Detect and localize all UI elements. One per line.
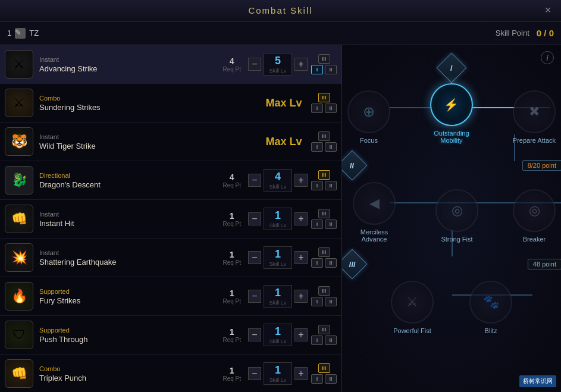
skill-row-sundering-strikes[interactable]: ⚔ComboSundering StrikesMax LvIIIIII xyxy=(0,84,341,123)
badge-ii-fury-strikes[interactable]: II xyxy=(325,297,337,306)
tier2-label: II xyxy=(350,161,354,170)
skill-type-advancing-strike: Instant xyxy=(39,56,222,63)
skill-row-triplex-punch[interactable]: 👊ComboTriplex Punch1Req Pt−1Skill Lv+III… xyxy=(0,355,341,392)
plus-btn-dragons-descent[interactable]: + xyxy=(294,174,308,187)
node-strong-fist[interactable]: ◎ Strong Fist xyxy=(435,189,478,243)
badge-iii-sundering-strikes[interactable]: III xyxy=(318,93,330,102)
plus-btn-triplex-punch[interactable]: + xyxy=(294,367,308,380)
minus-btn-triplex-punch[interactable]: − xyxy=(248,367,261,380)
prepare-attack-circle: ✖ xyxy=(513,90,556,133)
badge-iii-instant-hit[interactable]: III xyxy=(318,209,330,218)
max-lv-wild-tiger-strike: Max Lv xyxy=(260,136,308,148)
badge-i-triplex-punch[interactable]: I xyxy=(311,374,323,384)
badge-ii-sundering-strikes[interactable]: II xyxy=(325,104,337,113)
badges-fury-strikes: IIIIII xyxy=(311,286,337,306)
skill-row-wild-tiger-strike[interactable]: 🐯InstantWild Tiger StrikeMax LvIIIIII xyxy=(0,123,341,161)
skill-point-label: Skill Point xyxy=(496,29,529,37)
skill-type-sundering-strikes: Combo xyxy=(39,95,260,102)
badge-iii-wild-tiger-strike[interactable]: III xyxy=(318,131,330,141)
badges-instant-hit: IIIIII xyxy=(311,209,337,229)
badge-ii-dragons-descent[interactable]: II xyxy=(325,181,337,190)
watermark: 桥树常识网 xyxy=(519,375,556,387)
skill-name-push-through: Push Through xyxy=(39,335,222,344)
minus-btn-push-through[interactable]: − xyxy=(248,328,261,341)
badge-i-advancing-strike[interactable]: I xyxy=(311,65,323,74)
req-pt-fury-strikes: 1Req Pt xyxy=(222,288,241,305)
minus-btn-fury-strikes[interactable]: − xyxy=(248,290,261,303)
node-breaker[interactable]: ◎ Breaker xyxy=(513,189,556,243)
char-name: TZ xyxy=(29,29,39,37)
node-outstanding-mobility[interactable]: ⚡ Outstanding Mobility xyxy=(428,83,475,144)
badge-iii-push-through[interactable]: III xyxy=(318,325,330,334)
node-focus[interactable]: ⊕ Focus xyxy=(347,90,390,144)
skill-row-instant-hit[interactable]: 👊InstantInstant Hit1Req Pt−1Skill Lv+III… xyxy=(0,200,341,239)
minus-btn-dragons-descent[interactable]: − xyxy=(248,174,261,187)
char-icon-edit[interactable]: ✎ xyxy=(15,28,26,39)
req-pt-num-fury-strikes: 1 xyxy=(222,288,241,298)
skill-icon-inner-triplex-punch: 👊 xyxy=(5,360,33,387)
skill-icon-wild-tiger-strike: 🐯 xyxy=(5,127,33,156)
skill-row-push-through[interactable]: 🛡SupportedPush Through1Req Pt−1Skill Lv+… xyxy=(0,316,341,355)
badge-i-fury-strikes[interactable]: I xyxy=(311,297,323,306)
skill-type-push-through: Supported xyxy=(39,327,222,334)
skill-name-instant-hit: Instant Hit xyxy=(39,219,222,228)
plus-btn-fury-strikes[interactable]: + xyxy=(294,290,308,303)
badge-i-shattering-earthquake[interactable]: I xyxy=(311,258,323,268)
powerful-fist-label: Powerful Fist xyxy=(393,327,431,334)
plus-btn-advancing-strike[interactable]: + xyxy=(294,58,308,71)
badge-iii-advancing-strike[interactable]: III xyxy=(318,54,330,64)
badge-ii-shattering-earthquake[interactable]: II xyxy=(325,258,337,268)
badge-ii-triplex-punch[interactable]: II xyxy=(325,374,337,384)
badge-iii-fury-strikes[interactable]: III xyxy=(318,286,330,296)
skill-icon-instant-hit: 👊 xyxy=(5,205,33,233)
badge-i-wild-tiger-strike[interactable]: I xyxy=(311,142,323,152)
req-pt-label-push-through: Req Pt xyxy=(222,337,241,343)
plus-btn-shattering-earthquake[interactable]: + xyxy=(294,251,308,264)
badge-ii-instant-hit[interactable]: II xyxy=(325,219,337,229)
minus-btn-advancing-strike[interactable]: − xyxy=(248,58,261,71)
skill-lv-label-instant-hit: Skill Lv xyxy=(268,222,288,228)
skill-controls-sundering-strikes: Max Lv xyxy=(260,97,308,109)
plus-btn-instant-hit[interactable]: + xyxy=(294,212,308,225)
badge-iii-shattering-earthquake[interactable]: III xyxy=(318,247,330,257)
skill-row-dragons-descent[interactable]: 🐉DirectionalDragon's Descent4Req Pt−4Ski… xyxy=(0,161,341,200)
node-prepare-attack[interactable]: ✖ Prepare Attack xyxy=(513,90,556,144)
close-button[interactable]: × xyxy=(542,5,554,17)
skill-info-push-through: SupportedPush Through xyxy=(33,327,222,344)
char-info: 1 ✎ TZ xyxy=(7,28,39,39)
badge-i-dragons-descent[interactable]: I xyxy=(311,181,323,190)
minus-btn-instant-hit[interactable]: − xyxy=(248,212,261,225)
skill-point-value: 0 / 0 xyxy=(537,28,554,38)
skill-lv-box-push-through: 1Skill Lv xyxy=(264,324,292,346)
node-powerful-fist[interactable]: ⚔ Powerful Fist xyxy=(391,281,434,334)
merciless-icon: ◀ xyxy=(369,196,380,211)
badge-ii-push-through[interactable]: II xyxy=(325,335,337,345)
badge-i-sundering-strikes[interactable]: I xyxy=(311,104,323,113)
skill-controls-instant-hit: 1Req Pt−1Skill Lv+ xyxy=(222,208,308,230)
node-blitz[interactable]: 🐾 Blitz xyxy=(469,281,512,334)
skill-row-fury-strikes[interactable]: 🔥SupportedFury Strikes1Req Pt−1Skill Lv+… xyxy=(0,277,341,316)
req-pt-label-instant-hit: Req Pt xyxy=(222,221,241,227)
plus-btn-push-through[interactable]: + xyxy=(294,328,308,341)
skill-icon-inner-sundering-strikes: ⚔ xyxy=(5,89,33,117)
skill-name-wild-tiger-strike: Wild Tiger Strike xyxy=(39,142,260,150)
minus-btn-shattering-earthquake[interactable]: − xyxy=(248,251,261,264)
badge-ii-wild-tiger-strike[interactable]: II xyxy=(325,142,337,152)
skill-lv-box-instant-hit: 1Skill Lv xyxy=(264,208,292,230)
node-merciless-advance[interactable]: ◀ Merciless Advance xyxy=(347,182,401,243)
badge-iii-triplex-punch[interactable]: III xyxy=(318,363,330,373)
blitz-icon: 🐾 xyxy=(483,294,499,310)
skill-row-shattering-earthquake[interactable]: 💥InstantShattering Earthquake1Req Pt−1Sk… xyxy=(0,239,341,277)
req-pt-num-shattering-earthquake: 1 xyxy=(222,250,241,259)
skill-name-advancing-strike: Advancing Strike xyxy=(39,64,222,73)
watermark-text: 桥树常识网 xyxy=(523,377,553,385)
badge-i-push-through[interactable]: I xyxy=(311,335,323,345)
badge-ii-advancing-strike[interactable]: II xyxy=(325,65,337,74)
sub-header: 1 ✎ TZ Skill Point 0 / 0 xyxy=(0,21,561,45)
skill-row-advancing-strike[interactable]: ⚔InstantAdvancing Strike4Req Pt−5Skill L… xyxy=(0,45,341,84)
skill-controls-triplex-punch: 1Req Pt−1Skill Lv+ xyxy=(222,362,308,385)
badge-iii-dragons-descent[interactable]: III xyxy=(318,170,330,180)
badge-i-instant-hit[interactable]: I xyxy=(311,219,323,229)
req-pt-num-dragons-descent: 4 xyxy=(222,173,241,182)
skill-icon-fury-strikes: 🔥 xyxy=(5,282,33,311)
